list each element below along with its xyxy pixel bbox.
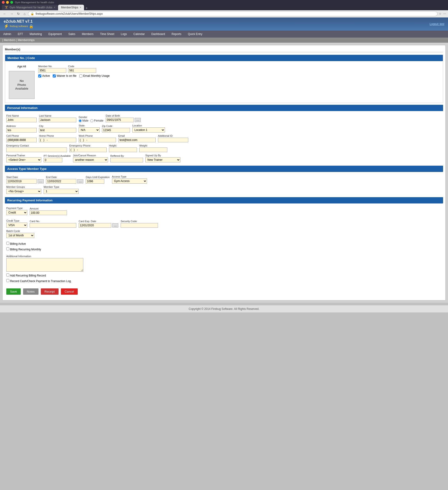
receipt-button[interactable]: Receipt (41, 289, 59, 295)
billing-active-checkbox-label[interactable]: Billing Active (6, 242, 26, 245)
emergency-phone-input[interactable] (69, 148, 107, 152)
additional-info-textarea[interactable] (6, 258, 83, 271)
window-controls[interactable] (2, 1, 13, 4)
member-groups-select[interactable]: <No Group> (6, 189, 41, 194)
dob-input[interactable] (106, 118, 134, 122)
code-input[interactable] (68, 68, 96, 73)
batch-cycle-select[interactable]: 1st of Month (6, 233, 34, 238)
location-select[interactable]: Location 1 (132, 127, 165, 132)
add-recurring-checkbox[interactable] (6, 273, 9, 277)
city-input[interactable] (39, 128, 76, 132)
cancel-button[interactable]: Cancel (61, 289, 78, 295)
credit-type-select[interactable]: VISA (6, 223, 27, 228)
forward-button[interactable]: → (9, 11, 15, 16)
end-date-picker[interactable]: .... (77, 179, 83, 184)
member-no-input[interactable] (38, 68, 66, 73)
tab-inactive[interactable]: 🏋 Gym Management for health clubs × (2, 5, 58, 10)
record-cash-checkbox-label[interactable]: Record Cash/Check Payment to Transaction… (6, 279, 72, 283)
logout-link[interactable]: Logout: test (430, 22, 444, 26)
cell-input[interactable] (6, 138, 37, 142)
nav-marketing[interactable]: Marketing (26, 31, 45, 38)
pt-select[interactable]: <Select One> (6, 157, 41, 162)
male-radio[interactable] (79, 119, 82, 122)
nav-equipment[interactable]: Equipment (45, 31, 65, 38)
notes-button[interactable]: Notes (23, 289, 38, 295)
back-button[interactable]: ← (2, 11, 8, 16)
refresh-button[interactable]: ↻ (16, 11, 21, 16)
waiver-checkbox-label[interactable]: Waiver Is on file (53, 74, 77, 78)
tab-active[interactable]: MemberShips × (58, 5, 84, 10)
email-input[interactable] (118, 138, 156, 142)
active-checkbox[interactable] (38, 74, 41, 78)
card-exp-picker[interactable]: .... (112, 223, 118, 228)
zip-input[interactable] (102, 128, 130, 132)
end-date-field: End Date .... (46, 176, 83, 184)
card-exp-input[interactable] (79, 223, 111, 228)
email-monthly-checkbox[interactable] (79, 74, 82, 78)
first-name-input[interactable] (6, 118, 37, 122)
amount-input[interactable] (30, 210, 67, 215)
signed-up-label: Signed Up By (145, 154, 180, 157)
home-button[interactable]: ⌂ (22, 11, 26, 16)
nav-admin[interactable]: Admin (0, 31, 15, 38)
dob-picker-button[interactable]: .... (135, 118, 141, 122)
bookmark-icon[interactable]: ☆ (439, 12, 441, 15)
save-button[interactable]: Save (6, 289, 21, 295)
email-monthly-checkbox-label[interactable]: Email Monthly Usage (79, 74, 110, 78)
tab-active-close-icon[interactable]: × (79, 6, 81, 9)
work-input[interactable] (79, 138, 116, 142)
nav-timesheet[interactable]: Time Sheet (97, 31, 118, 38)
nav-logs[interactable]: Logs (118, 31, 130, 38)
pt-sessions-input[interactable] (44, 158, 62, 162)
card-no-input[interactable] (30, 223, 76, 228)
breadcrumb-members[interactable]: Members (4, 38, 15, 42)
end-date-input[interactable] (46, 179, 76, 184)
access-type-select[interactable]: Gym Access (112, 178, 147, 184)
nav-calendar[interactable]: Calendar (130, 31, 148, 38)
member-groups-label: Member Groups (6, 185, 41, 188)
last-name-input[interactable] (39, 118, 76, 122)
female-radio[interactable] (90, 119, 93, 122)
access-row2: Member Groups <No Group> Member Type 1 (6, 185, 442, 194)
nav-dashboard[interactable]: Dashboard (148, 31, 168, 38)
tab-close-icon[interactable]: × (54, 6, 55, 9)
active-checkbox-label[interactable]: Active (38, 74, 50, 78)
signed-up-select[interactable]: New Trainer (145, 157, 180, 162)
nav-quickentry[interactable]: Quick Entry (184, 31, 206, 38)
join-cancel-select[interactable]: another reason (73, 157, 108, 162)
billing-recurring-checkbox[interactable] (6, 247, 9, 250)
days-input[interactable] (86, 179, 104, 184)
start-date-input[interactable] (6, 179, 37, 184)
nav-reports[interactable]: Reports (168, 31, 184, 38)
billing-recurring-checkbox-label[interactable]: Billing Recurring Monthly (6, 247, 41, 251)
main-navigation: Admin EFT Marketing Equipment Sales Memb… (0, 31, 448, 38)
emergency-contact-input[interactable] (6, 148, 67, 152)
start-date-picker[interactable]: .... (38, 179, 44, 184)
weight-input[interactable] (139, 148, 167, 152)
address-input[interactable] (6, 128, 37, 132)
referred-input[interactable] (110, 158, 143, 162)
breadcrumb-memberships[interactable]: Memberships (18, 38, 35, 42)
additional-id-input[interactable] (158, 138, 188, 142)
new-tab-button[interactable]: + (84, 6, 89, 10)
card-no-label: Card No. (30, 220, 76, 223)
nav-eft[interactable]: EFT (15, 31, 26, 38)
female-radio-label[interactable]: Female (90, 119, 103, 122)
nav-sales[interactable]: Sales (65, 31, 79, 38)
end-date-row: .... (46, 179, 83, 184)
state-label: State (79, 124, 100, 127)
nav-members[interactable]: Members (79, 31, 97, 38)
state-select[interactable]: N/A (79, 127, 100, 132)
male-radio-label[interactable]: Male (79, 119, 88, 122)
payment-type-select[interactable]: Credit (6, 210, 27, 215)
add-recurring-checkbox-label[interactable]: Add Recurring Billing Record (6, 273, 46, 277)
url-bar[interactable]: 🔒 firebugsoftware.com/eZclub/Users/Membe… (28, 11, 438, 16)
member-type-select[interactable]: 1 (44, 189, 79, 194)
waiver-checkbox[interactable] (53, 74, 56, 78)
home-input[interactable] (39, 138, 76, 142)
security-code-input[interactable] (121, 223, 158, 228)
billing-active-checkbox[interactable] (6, 242, 9, 245)
menu-icon[interactable]: ⋯ (443, 12, 446, 15)
record-cash-checkbox[interactable] (6, 279, 9, 282)
height-input[interactable] (109, 148, 137, 152)
